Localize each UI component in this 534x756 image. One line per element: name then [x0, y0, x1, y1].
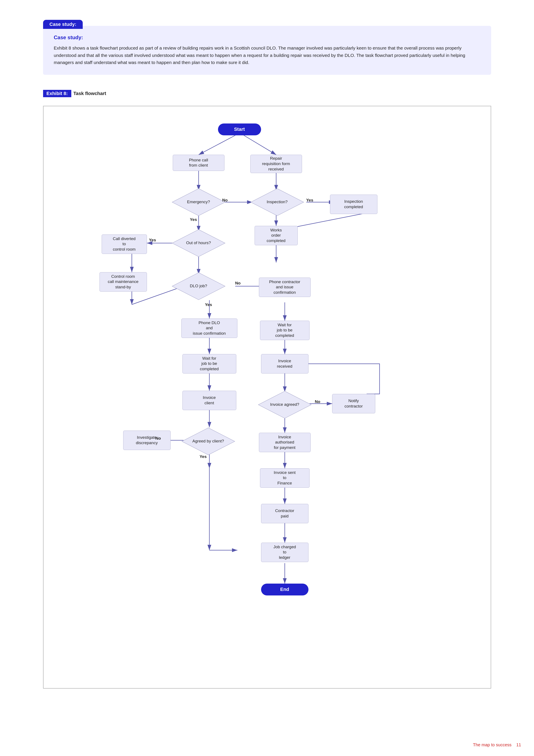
svg-marker-34: [172, 189, 225, 216]
exhibit-label: Exhibit 8:: [43, 90, 71, 97]
case-study-text: Exhibit 8 shows a task flowchart produce…: [54, 44, 480, 66]
label-yes-inspection: Yes: [306, 198, 314, 202]
phone-contractor-node: Phone contractor and issue confirmation: [259, 278, 311, 297]
end-node: End: [261, 583, 309, 595]
call-diverted-node: Call diverted to control room: [102, 234, 147, 254]
repair-form-node: Repair requisition form received: [250, 155, 302, 173]
invoice-received-node: Invoice received: [261, 354, 309, 373]
invoice-authorised-node: Invoice authorised for payment: [259, 433, 311, 452]
svg-marker-38: [258, 391, 311, 418]
contractor-paid-node: Contractor paid: [261, 504, 309, 523]
control-room-node: Control room call maintenance stand-by: [99, 272, 147, 292]
flowchart: .arrow { stroke: #5555aa; stroke-width: …: [48, 115, 486, 675]
label-yes-out-of-hours: Yes: [149, 238, 156, 242]
label-yes-emergency: Yes: [190, 217, 197, 222]
page: Case study: Case study: Exhibit 8 shows …: [30, 0, 504, 706]
notify-contractor-node: Notify contractor: [332, 394, 375, 413]
phone-dlo-node: Phone DLO and issue confirmation: [181, 318, 237, 338]
agreed-by-client-diamond: Agreed by client?: [181, 427, 235, 455]
investigate-node: Investigate discrepancy: [123, 431, 171, 450]
svg-marker-39: [182, 428, 235, 455]
label-no-dlo: No: [235, 281, 241, 285]
footer: The map to success 11: [473, 742, 521, 747]
label-yes-dlo: Yes: [205, 302, 212, 307]
svg-marker-35: [251, 189, 304, 216]
wait-contractor-node: Wait for job to be completed: [260, 321, 310, 340]
case-study-box: Case study: Case study: Exhibit 8 shows …: [43, 26, 491, 75]
wait-dlo-node: Wait for job to be completed: [183, 354, 236, 373]
case-study-tab: Case study:: [43, 20, 83, 29]
footer-text: The map to success: [473, 742, 512, 747]
footer-page: 11: [516, 742, 521, 747]
label-yes-agreed-client: Yes: [200, 454, 207, 459]
exhibit-header: Exhibit 8: Task flowchart: [43, 90, 491, 97]
start-node: Start: [218, 123, 261, 135]
label-no-invoice-agreed: No: [315, 399, 320, 404]
svg-line-1: [199, 135, 235, 155]
emergency-diamond: Emergency?: [172, 188, 225, 216]
label-no-emergency: No: [222, 198, 228, 202]
flowchart-outer: .arrow { stroke: #5555aa; stroke-width: …: [43, 106, 491, 688]
out-of-hours-diamond: Out of hours?: [172, 229, 225, 257]
job-charged-node: Job charged to ledger: [261, 543, 309, 562]
works-order-node: Works order completed: [255, 226, 298, 245]
phone-call-node: Phone call from client: [173, 155, 224, 171]
svg-line-2: [244, 135, 276, 155]
inspection-diamond: Inspection?: [250, 188, 304, 216]
case-study-title: Case study:: [54, 35, 480, 40]
invoice-agreed-diamond: Invoice agreed?: [258, 391, 312, 419]
invoice-sent-node: Invoice sent to Finance: [260, 468, 310, 488]
svg-marker-37: [172, 273, 225, 300]
inspection-completed-node: Inspection completed: [330, 195, 377, 214]
invoice-client-node: Invoice client: [183, 391, 236, 410]
exhibit-title: Task flowchart: [73, 91, 106, 96]
svg-marker-36: [172, 230, 225, 257]
label-no-agreed-client: No: [156, 436, 161, 441]
dlo-job-diamond: DLO job?: [172, 272, 225, 300]
